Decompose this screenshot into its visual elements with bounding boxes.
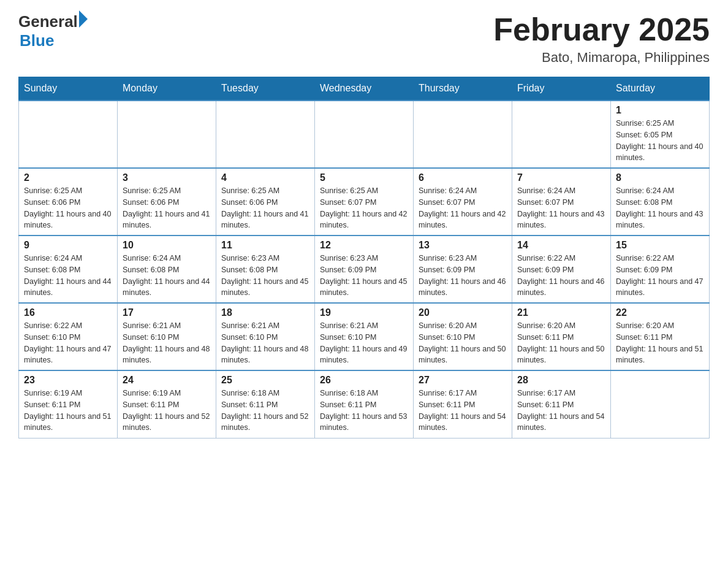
day-number: 13 bbox=[419, 240, 507, 251]
calendar-cell: 24Sunrise: 6:19 AMSunset: 6:11 PMDayligh… bbox=[118, 370, 216, 438]
column-header-tuesday: Tuesday bbox=[216, 77, 315, 101]
day-number: 3 bbox=[123, 172, 211, 183]
day-number: 14 bbox=[517, 240, 605, 251]
day-info: Sunrise: 6:17 AMSunset: 6:11 PMDaylight:… bbox=[517, 388, 605, 434]
page-header: General Blue February 2025 Bato, Mimarop… bbox=[18, 12, 710, 66]
calendar-cell: 11Sunrise: 6:23 AMSunset: 6:08 PMDayligh… bbox=[216, 236, 315, 303]
calendar-week-row: 9Sunrise: 6:24 AMSunset: 6:08 PMDaylight… bbox=[19, 236, 710, 303]
calendar-week-row: 16Sunrise: 6:22 AMSunset: 6:10 PMDayligh… bbox=[19, 303, 710, 370]
calendar-cell bbox=[611, 370, 710, 438]
day-info: Sunrise: 6:19 AMSunset: 6:11 PMDaylight:… bbox=[24, 388, 112, 434]
calendar-cell: 2Sunrise: 6:25 AMSunset: 6:06 PMDaylight… bbox=[19, 168, 118, 236]
calendar-week-row: 1Sunrise: 6:25 AMSunset: 6:05 PMDaylight… bbox=[19, 101, 710, 168]
day-info: Sunrise: 6:21 AMSunset: 6:10 PMDaylight:… bbox=[320, 320, 408, 366]
day-number: 11 bbox=[221, 240, 309, 251]
calendar-cell: 7Sunrise: 6:24 AMSunset: 6:07 PMDaylight… bbox=[512, 168, 611, 236]
day-info: Sunrise: 6:18 AMSunset: 6:11 PMDaylight:… bbox=[221, 388, 309, 434]
calendar-cell: 18Sunrise: 6:21 AMSunset: 6:10 PMDayligh… bbox=[216, 303, 315, 370]
calendar-table: SundayMondayTuesdayWednesdayThursdayFrid… bbox=[18, 77, 710, 439]
calendar-week-row: 2Sunrise: 6:25 AMSunset: 6:06 PMDaylight… bbox=[19, 168, 710, 236]
calendar-cell: 13Sunrise: 6:23 AMSunset: 6:09 PMDayligh… bbox=[414, 236, 512, 303]
day-number: 4 bbox=[221, 172, 309, 183]
calendar-cell: 28Sunrise: 6:17 AMSunset: 6:11 PMDayligh… bbox=[512, 370, 611, 438]
day-number: 23 bbox=[24, 375, 112, 386]
day-info: Sunrise: 6:24 AMSunset: 6:08 PMDaylight:… bbox=[24, 253, 112, 299]
day-number: 1 bbox=[616, 105, 704, 116]
day-number: 27 bbox=[419, 375, 507, 386]
day-number: 15 bbox=[616, 240, 704, 251]
calendar-cell bbox=[118, 101, 216, 168]
calendar-cell bbox=[315, 101, 414, 168]
calendar-cell bbox=[512, 101, 611, 168]
day-number: 20 bbox=[419, 307, 507, 318]
day-number: 21 bbox=[517, 307, 605, 318]
day-number: 6 bbox=[419, 172, 507, 183]
day-info: Sunrise: 6:22 AMSunset: 6:09 PMDaylight:… bbox=[517, 253, 605, 299]
day-info: Sunrise: 6:24 AMSunset: 6:08 PMDaylight:… bbox=[123, 253, 211, 299]
month-year-title: February 2025 bbox=[493, 12, 710, 47]
day-number: 19 bbox=[320, 307, 408, 318]
calendar-cell: 6Sunrise: 6:24 AMSunset: 6:07 PMDaylight… bbox=[414, 168, 512, 236]
day-info: Sunrise: 6:21 AMSunset: 6:10 PMDaylight:… bbox=[123, 320, 211, 366]
day-info: Sunrise: 6:20 AMSunset: 6:10 PMDaylight:… bbox=[419, 320, 507, 366]
day-number: 28 bbox=[517, 375, 605, 386]
calendar-header-row: SundayMondayTuesdayWednesdayThursdayFrid… bbox=[19, 77, 710, 101]
calendar-cell: 19Sunrise: 6:21 AMSunset: 6:10 PMDayligh… bbox=[315, 303, 414, 370]
calendar-cell: 12Sunrise: 6:23 AMSunset: 6:09 PMDayligh… bbox=[315, 236, 414, 303]
day-info: Sunrise: 6:25 AMSunset: 6:06 PMDaylight:… bbox=[24, 185, 112, 231]
day-info: Sunrise: 6:22 AMSunset: 6:10 PMDaylight:… bbox=[24, 320, 112, 366]
day-info: Sunrise: 6:22 AMSunset: 6:09 PMDaylight:… bbox=[616, 253, 704, 299]
calendar-cell: 9Sunrise: 6:24 AMSunset: 6:08 PMDaylight… bbox=[19, 236, 118, 303]
day-number: 18 bbox=[221, 307, 309, 318]
calendar-cell: 25Sunrise: 6:18 AMSunset: 6:11 PMDayligh… bbox=[216, 370, 315, 438]
calendar-cell: 23Sunrise: 6:19 AMSunset: 6:11 PMDayligh… bbox=[19, 370, 118, 438]
day-number: 17 bbox=[123, 307, 211, 318]
day-number: 24 bbox=[123, 375, 211, 386]
day-info: Sunrise: 6:24 AMSunset: 6:07 PMDaylight:… bbox=[419, 185, 507, 231]
calendar-cell bbox=[19, 101, 118, 168]
calendar-cell: 20Sunrise: 6:20 AMSunset: 6:10 PMDayligh… bbox=[414, 303, 512, 370]
day-number: 7 bbox=[517, 172, 605, 183]
day-number: 12 bbox=[320, 240, 408, 251]
calendar-cell bbox=[414, 101, 512, 168]
day-info: Sunrise: 6:20 AMSunset: 6:11 PMDaylight:… bbox=[616, 320, 704, 366]
calendar-cell: 5Sunrise: 6:25 AMSunset: 6:07 PMDaylight… bbox=[315, 168, 414, 236]
calendar-week-row: 23Sunrise: 6:19 AMSunset: 6:11 PMDayligh… bbox=[19, 370, 710, 438]
column-header-sunday: Sunday bbox=[19, 77, 118, 101]
day-number: 16 bbox=[24, 307, 112, 318]
title-section: February 2025 Bato, Mimaropa, Philippine… bbox=[493, 12, 710, 66]
calendar-cell: 27Sunrise: 6:17 AMSunset: 6:11 PMDayligh… bbox=[414, 370, 512, 438]
calendar-cell: 3Sunrise: 6:25 AMSunset: 6:06 PMDaylight… bbox=[118, 168, 216, 236]
calendar-cell: 4Sunrise: 6:25 AMSunset: 6:06 PMDaylight… bbox=[216, 168, 315, 236]
day-number: 9 bbox=[24, 240, 112, 251]
day-number: 25 bbox=[221, 375, 309, 386]
calendar-cell: 14Sunrise: 6:22 AMSunset: 6:09 PMDayligh… bbox=[512, 236, 611, 303]
day-info: Sunrise: 6:25 AMSunset: 6:06 PMDaylight:… bbox=[123, 185, 211, 231]
day-info: Sunrise: 6:17 AMSunset: 6:11 PMDaylight:… bbox=[419, 388, 507, 434]
column-header-monday: Monday bbox=[118, 77, 216, 101]
day-number: 10 bbox=[123, 240, 211, 251]
calendar-cell: 16Sunrise: 6:22 AMSunset: 6:10 PMDayligh… bbox=[19, 303, 118, 370]
day-number: 22 bbox=[616, 307, 704, 318]
day-info: Sunrise: 6:23 AMSunset: 6:09 PMDaylight:… bbox=[419, 253, 507, 299]
calendar-cell: 10Sunrise: 6:24 AMSunset: 6:08 PMDayligh… bbox=[118, 236, 216, 303]
logo-general-text: General bbox=[18, 12, 78, 31]
logo-arrow-icon bbox=[79, 10, 88, 28]
day-info: Sunrise: 6:25 AMSunset: 6:05 PMDaylight:… bbox=[616, 118, 704, 164]
logo: General Blue bbox=[18, 12, 88, 50]
day-number: 8 bbox=[616, 172, 704, 183]
day-info: Sunrise: 6:25 AMSunset: 6:07 PMDaylight:… bbox=[320, 185, 408, 231]
day-info: Sunrise: 6:24 AMSunset: 6:07 PMDaylight:… bbox=[517, 185, 605, 231]
day-info: Sunrise: 6:23 AMSunset: 6:08 PMDaylight:… bbox=[221, 253, 309, 299]
day-info: Sunrise: 6:24 AMSunset: 6:08 PMDaylight:… bbox=[616, 185, 704, 231]
column-header-friday: Friday bbox=[512, 77, 611, 101]
logo-blue-text: Blue bbox=[20, 31, 54, 50]
day-number: 5 bbox=[320, 172, 408, 183]
day-info: Sunrise: 6:21 AMSunset: 6:10 PMDaylight:… bbox=[221, 320, 309, 366]
day-number: 26 bbox=[320, 375, 408, 386]
column-header-thursday: Thursday bbox=[414, 77, 512, 101]
day-info: Sunrise: 6:25 AMSunset: 6:06 PMDaylight:… bbox=[221, 185, 309, 231]
day-number: 2 bbox=[24, 172, 112, 183]
calendar-cell: 21Sunrise: 6:20 AMSunset: 6:11 PMDayligh… bbox=[512, 303, 611, 370]
calendar-cell bbox=[216, 101, 315, 168]
